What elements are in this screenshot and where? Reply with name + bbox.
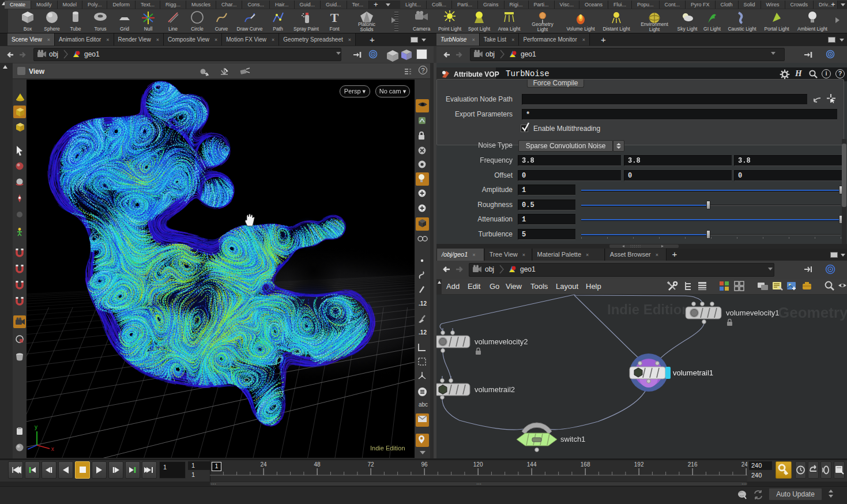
- svg-text:192: 192: [634, 461, 644, 468]
- svg-text:216: 216: [688, 461, 698, 468]
- svg-text:volumetrail2: volumetrail2: [475, 385, 515, 394]
- svg-text:72: 72: [368, 461, 375, 468]
- svg-text:Indie Edition: Indie Edition: [607, 302, 690, 317]
- svg-text:switch1: switch1: [560, 435, 585, 443]
- svg-text:.12: .12: [419, 300, 427, 307]
- svg-text:volumevelocity1: volumevelocity1: [726, 309, 780, 317]
- svg-text:120: 120: [473, 461, 483, 468]
- svg-text:144: 144: [527, 461, 537, 468]
- svg-text:.12: .12: [419, 329, 427, 336]
- svg-text:volumetrail1: volumetrail1: [673, 368, 713, 377]
- svg-text:T: T: [330, 10, 339, 25]
- svg-text:240: 240: [741, 461, 747, 468]
- svg-text:168: 168: [581, 461, 590, 468]
- svg-text:24: 24: [261, 461, 268, 468]
- svg-text:volumevelocity2: volumevelocity2: [475, 337, 528, 346]
- svg-text:Geometry: Geometry: [778, 304, 847, 321]
- svg-text:48: 48: [314, 461, 321, 468]
- svg-text:abc: abc: [419, 401, 428, 408]
- svg-text:96: 96: [421, 461, 428, 468]
